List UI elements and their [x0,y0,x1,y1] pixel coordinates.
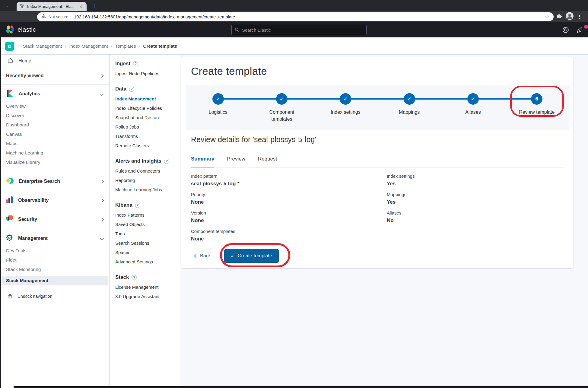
nav-item-transforms[interactable]: Transforms [115,133,176,139]
nav-item-index-management[interactable]: Index Management [115,96,176,102]
step-circle: ✓ [340,93,351,105]
sidebar-group-enterprise-search: Enterprise Search [0,172,109,191]
extensions-puzzle-icon[interactable] [556,13,562,20]
sidebar-item-home[interactable]: Home [0,55,109,67]
url-text: 192.168.164.132:5601/app/management/data… [74,14,542,19]
sidebar-item-visualize-library[interactable]: Visualize Library [6,159,109,165]
sidebar-group-management: Management Dev Tools Fleet Stack Monitor… [0,229,109,290]
nav-section-alerts: Alerts and Insights? Rules and Connector… [115,158,176,193]
nav-item-index-patterns[interactable]: Index Patterns [115,212,176,218]
step-mappings[interactable]: ✓ Mappings [377,93,441,122]
nav-item-upgrade-assistant[interactable]: 8.0 Upgrade Assistant [115,294,176,300]
annotation-circle-create-button [220,243,290,267]
sidebar-item-discover[interactable]: Discover [6,113,109,119]
sidebar-item-fleet[interactable]: Fleet [6,257,109,263]
forward-icon[interactable]: → [16,2,25,9]
step-index-settings[interactable]: ✓ Index settings [314,93,377,122]
profile-avatar[interactable] [566,12,574,21]
news-party-icon[interactable] [576,26,583,35]
tab-preview[interactable]: Preview [227,156,245,167]
nav-item-search-sessions[interactable]: Search Sessions [115,240,176,246]
breadcrumb-stack-management[interactable]: Stack Management [23,43,62,49]
step-aliases[interactable]: ✓ Aliases [441,93,505,122]
question-circle-icon[interactable]: ? [135,203,140,208]
elastic-logo[interactable]: elastic [5,25,36,34]
security-label: Not secure [49,14,68,19]
sidebar-group-management-header[interactable]: Management [0,229,109,248]
breadcrumb: Stack Management / Index Management / Te… [23,37,177,54]
undock-navigation[interactable]: Undock navigation [0,290,109,302]
breadcrumb-templates[interactable]: Templates [115,43,136,49]
question-circle-icon[interactable]: ? [133,61,138,66]
step-component-templates[interactable]: ✓ Component templates [250,93,313,122]
sidebar-item-dev-tools[interactable]: Dev Tools [6,248,109,254]
nav-item-snapshot-and-restore[interactable]: Snapshot and Restore [115,115,176,121]
global-search-input[interactable]: Search Elastic [231,25,367,35]
management-nav: Ingest? Ingest Node Pipelines Data? Inde… [110,55,180,388]
nav-item-reporting[interactable]: Reporting [115,177,176,183]
field-value: Yes [387,180,564,187]
summary-list: Index pattern seal-plossys-5-log-* Prior… [191,173,564,247]
gear-icon [5,234,13,243]
sidebar-item-stack-monitoring[interactable]: Stack Monitoring [6,266,109,272]
back-icon[interactable]: ← [4,2,14,9]
sidebar-recently-viewed[interactable]: Recently viewed [0,67,109,84]
not-secure-warning-icon [41,14,46,20]
enterprise-search-logo-icon [5,177,14,186]
sidebar-group-enterprise-search-header[interactable]: Enterprise Search [0,172,109,191]
breadcrumb-index-management[interactable]: Index Management [69,43,108,49]
sidebar-item-stack-management[interactable]: Stack Management [1,276,108,285]
tab-request[interactable]: Request [258,156,277,167]
sidebar-group-analytics-header[interactable]: Analytics [0,84,109,103]
new-tab-button[interactable]: + [91,1,99,11]
tab-close-icon[interactable]: ✕ [78,4,84,9]
nav-item-spaces[interactable]: Spaces [115,250,176,256]
field-label: Component templates [191,228,387,234]
address-bar[interactable]: Not secure 192.168.164.132:5601/app/mana… [37,12,554,21]
sidebar-item-machine-learning[interactable]: Machine Learning [6,150,109,156]
summary-mappings: Mappings Yes [387,192,564,205]
sidebar-item-overview[interactable]: Overview [6,103,109,109]
step-logistics[interactable]: ✓ Logistics [186,93,250,122]
bookmark-star-icon[interactable]: ☆ [545,14,549,20]
nav-item-ingest-node-pipelines[interactable]: Ingest Node Pipelines [115,71,176,77]
nav-item-saved-objects[interactable]: Saved Objects [115,221,176,227]
nav-item-remote-clusters[interactable]: Remote Clusters [115,143,176,149]
nav-item-advanced-settings[interactable]: Advanced Settings [115,259,176,265]
nav-item-license-management[interactable]: License Management [115,284,176,290]
question-circle-icon[interactable]: ? [129,87,134,92]
sidebar-group-security-header[interactable]: Security [0,210,109,229]
summary-index-settings: Index settings Yes [387,173,564,187]
browser-tab[interactable]: Index Management - Elast ✕ [17,2,87,11]
sidebar-item-dashboard[interactable]: Dashboard [6,122,109,128]
observability-label: Observability [18,198,96,203]
question-circle-icon[interactable]: ? [164,159,169,164]
field-label: Aliases [387,210,564,216]
back-button[interactable]: Back [195,253,211,259]
help-icon[interactable] [562,26,570,35]
window-left-edge [0,37,1,388]
browser-menu-icon[interactable]: ⋮ [577,14,583,20]
nav-section-data: Data? Index Management Index Lifecycle P… [115,86,176,149]
field-label: Version [191,210,387,216]
field-label: Mappings [387,192,564,197]
chevron-right-icon [100,74,104,78]
sidebar-group-observability-header[interactable]: Observability [0,191,109,210]
brand-name: elastic [17,26,36,33]
nav-item-machine-learning-jobs[interactable]: Machine Learning Jobs [115,187,176,193]
nav-item-index-lifecycle-policies[interactable]: Index Lifecycle Policies [115,105,176,111]
browser-tabstrip: Index Management - Elast ✕ + [0,0,588,11]
reload-icon[interactable]: ⟳ [28,2,36,9]
field-label: Index settings [387,173,564,179]
space-avatar[interactable]: D [5,42,14,51]
nav-item-rules-and-connectors[interactable]: Rules and Connectors [115,168,176,174]
notification-dot [584,25,588,29]
nav-item-rollup-jobs[interactable]: Rollup Jobs [115,124,176,130]
field-label: Index pattern [191,173,387,179]
nav-item-tags[interactable]: Tags [115,231,176,237]
sidebar-item-canvas[interactable]: Canvas [6,131,109,137]
lock-icon [7,293,13,300]
question-circle-icon[interactable]: ? [132,275,137,280]
sidebar-item-maps[interactable]: Maps [6,141,109,147]
tab-summary[interactable]: Summary [191,156,214,167]
